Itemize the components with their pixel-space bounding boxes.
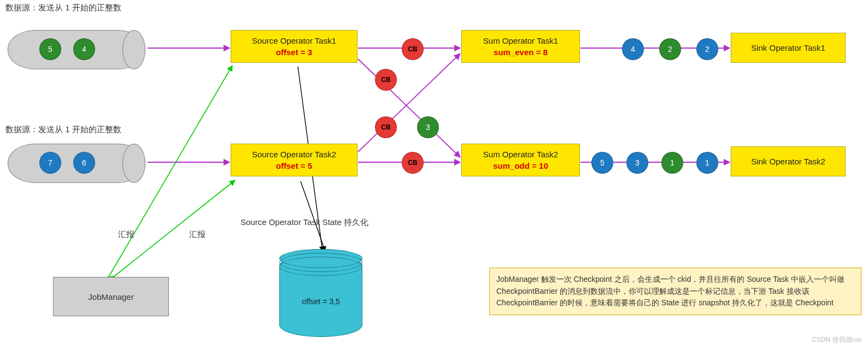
op-state: sum_even = 8	[468, 48, 573, 57]
report-label: 汇报	[189, 229, 206, 240]
op-title: Sink Operator Task2	[737, 157, 840, 166]
token-green: 1	[661, 152, 683, 174]
token-blue: 1	[696, 152, 718, 174]
source-operator-task2: Source Operator Task2 offset = 5	[231, 144, 357, 176]
state-store-cylinder: offset = 3,5	[279, 254, 362, 337]
sum-operator-task1: Sum Operator Task1 sum_even = 8	[461, 30, 580, 63]
datasource-caption-top: 数据源：发送从 1 开始的正整数	[5, 3, 121, 13]
sink-operator-task1: Sink Operator Task1	[731, 33, 846, 63]
svg-line-11	[301, 181, 325, 251]
op-state: offset = 3	[238, 48, 350, 57]
op-title: Sum Operator Task2	[468, 150, 573, 159]
state-store-value: offset = 3,5	[280, 297, 362, 306]
op-title: Sum Operator Task1	[468, 36, 573, 45]
svg-line-5	[358, 54, 460, 152]
source-operator-task1: Source Operator Task1 offset = 3	[231, 30, 357, 63]
op-title: Source Operator Task2	[238, 150, 350, 159]
checkpoint-barrier-token: CB	[402, 38, 424, 60]
datasource-caption-bottom: 数据源：发送从 1 开始的正整数	[5, 125, 121, 135]
jobmanager-box: JobManager	[53, 277, 169, 316]
op-state: offset = 5	[238, 161, 350, 170]
token-blue: 7	[39, 152, 61, 174]
note-text: JobManager 触发一次 Checkpoint 之后，会生成一个 ckid…	[496, 275, 844, 307]
token-blue: 5	[591, 152, 613, 174]
sink-operator-task2: Sink Operator Task2	[731, 146, 846, 176]
svg-line-9	[115, 180, 235, 276]
jobmanager-label: JobManager	[88, 292, 133, 301]
token-green: 2	[659, 38, 681, 60]
explanation-note: JobManager 触发一次 Checkpoint 之后，会生成一个 ckid…	[489, 268, 861, 315]
checkpoint-barrier-token: CB	[402, 152, 424, 174]
token-green: 5	[39, 38, 61, 60]
token-blue: 6	[73, 152, 95, 174]
token-blue: 2	[696, 38, 718, 60]
token-green: 4	[73, 38, 95, 60]
sum-operator-task2: Sum Operator Task2 sum_odd = 10	[461, 144, 580, 176]
state-store-caption: Source Operator Task State 持久化	[241, 217, 368, 228]
op-state: sum_odd = 10	[468, 161, 573, 170]
svg-line-4	[358, 59, 460, 157]
token-green: 3	[417, 116, 439, 138]
op-title: Source Operator Task1	[238, 36, 350, 45]
checkpoint-barrier-token: CB	[375, 69, 397, 91]
diagram-canvas: 数据源：发送从 1 开始的正整数 数据源：发送从 1 开始的正整数 5 4 7 …	[0, 0, 868, 349]
watermark: CSDN @我很ruo	[812, 335, 861, 345]
op-title: Sink Operator Task1	[737, 43, 840, 52]
report-label: 汇报	[118, 229, 134, 240]
token-blue: 4	[622, 38, 644, 60]
checkpoint-barrier-token: CB	[375, 116, 397, 138]
token-blue: 3	[626, 152, 648, 174]
